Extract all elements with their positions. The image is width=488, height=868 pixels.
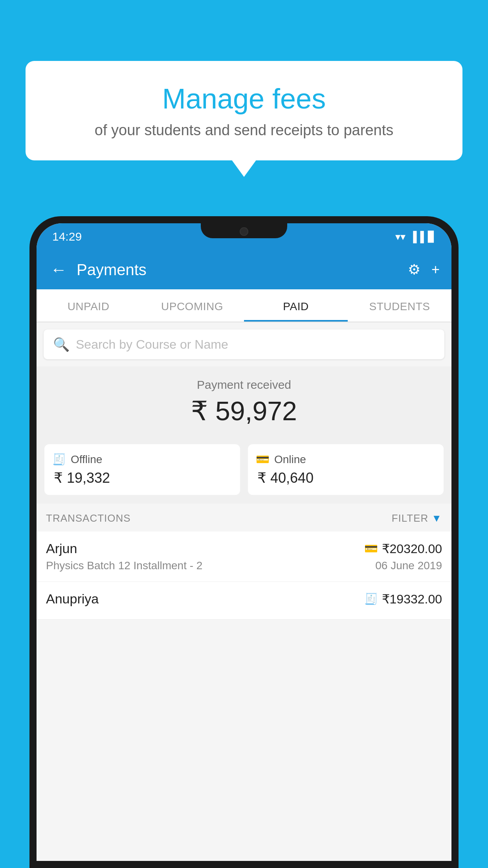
table-row[interactable]: Anupriya 🧾 ₹19332.00 (37, 582, 451, 620)
filter-button[interactable]: FILTER ▼ (392, 512, 442, 524)
tab-unpaid[interactable]: UNPAID (37, 289, 140, 322)
tab-students[interactable]: STUDENTS (348, 289, 451, 322)
tab-paid[interactable]: PAID (244, 289, 348, 322)
online-label: Online (274, 453, 306, 466)
tabs-bar: UNPAID UPCOMING PAID STUDENTS (37, 289, 451, 322)
transactions-label: TRANSACTIONS (46, 512, 131, 524)
page-title: Payments (77, 261, 400, 279)
tab-upcoming[interactable]: UPCOMING (140, 289, 244, 322)
speech-bubble-container: Manage fees of your students and send re… (26, 61, 462, 160)
offline-card: 🧾 Offline ₹ 19,332 (44, 444, 240, 495)
speech-bubble: Manage fees of your students and send re… (26, 61, 462, 160)
online-icon: 💳 (256, 453, 270, 466)
transaction-amount-wrapper: 💳 ₹20320.00 (364, 541, 442, 556)
cash-payment-icon: 🧾 (364, 592, 378, 605)
transaction-name: Anupriya (46, 591, 99, 607)
status-time: 14:29 (52, 230, 82, 243)
camera (240, 227, 248, 236)
header-actions: ⚙ + (408, 261, 440, 278)
transaction-amount-wrapper: 🧾 ₹19332.00 (364, 592, 442, 607)
filter-label: FILTER (392, 512, 429, 524)
payment-cards: 🧾 Offline ₹ 19,332 💳 Online ₹ 40,640 (37, 436, 451, 504)
app-header: ← Payments ⚙ + (37, 250, 451, 289)
transaction-main-row: Arjun 💳 ₹20320.00 (46, 541, 442, 556)
offline-label: Offline (71, 453, 102, 466)
status-icons: ▾▾ ▐▐ ▊ (395, 231, 436, 243)
back-button[interactable]: ← (48, 258, 69, 281)
phone-inner: 14:29 ▾▾ ▐▐ ▊ ← Payments ⚙ + UNPAID UPCO… (37, 223, 451, 861)
filter-icon: ▼ (431, 512, 442, 524)
payment-summary: Payment received ₹ 59,972 (37, 366, 451, 436)
offline-card-header: 🧾 Offline (52, 453, 232, 466)
payment-total-amount: ₹ 59,972 (48, 395, 440, 427)
table-row[interactable]: Arjun 💳 ₹20320.00 Physics Batch 12 Insta… (37, 531, 451, 582)
transaction-name: Arjun (46, 541, 77, 556)
bubble-title: Manage fees (49, 83, 439, 115)
offline-amount: ₹ 19,332 (52, 470, 232, 486)
transaction-course: Physics Batch 12 Installment - 2 (46, 559, 202, 572)
card-payment-icon: 💳 (364, 542, 378, 555)
phone-notch (201, 223, 287, 238)
search-placeholder: Search by Course or Name (76, 337, 228, 352)
offline-icon: 🧾 (52, 453, 66, 466)
transaction-amount: ₹19332.00 (382, 592, 442, 607)
transaction-main-row: Anupriya 🧾 ₹19332.00 (46, 591, 442, 607)
wifi-icon: ▾▾ (395, 231, 405, 243)
transaction-sub-row: Physics Batch 12 Installment - 2 06 June… (46, 559, 442, 572)
search-icon: 🔍 (53, 337, 70, 352)
bubble-subtitle: of your students and send receipts to pa… (49, 122, 439, 139)
online-amount: ₹ 40,640 (256, 470, 436, 486)
phone-frame: 14:29 ▾▾ ▐▐ ▊ ← Payments ⚙ + UNPAID UPCO… (29, 216, 459, 868)
add-icon[interactable]: + (431, 261, 440, 278)
transaction-amount: ₹20320.00 (382, 541, 442, 556)
search-bar[interactable]: 🔍 Search by Course or Name (44, 329, 444, 359)
signal-icon: ▐▐ (409, 231, 424, 243)
payment-received-label: Payment received (48, 378, 440, 392)
settings-icon[interactable]: ⚙ (408, 261, 420, 278)
online-card-header: 💳 Online (256, 453, 436, 466)
transactions-header: TRANSACTIONS FILTER ▼ (37, 504, 451, 531)
transaction-date: 06 June 2019 (375, 559, 442, 572)
battery-icon: ▊ (428, 231, 436, 243)
online-card: 💳 Online ₹ 40,640 (248, 444, 444, 495)
